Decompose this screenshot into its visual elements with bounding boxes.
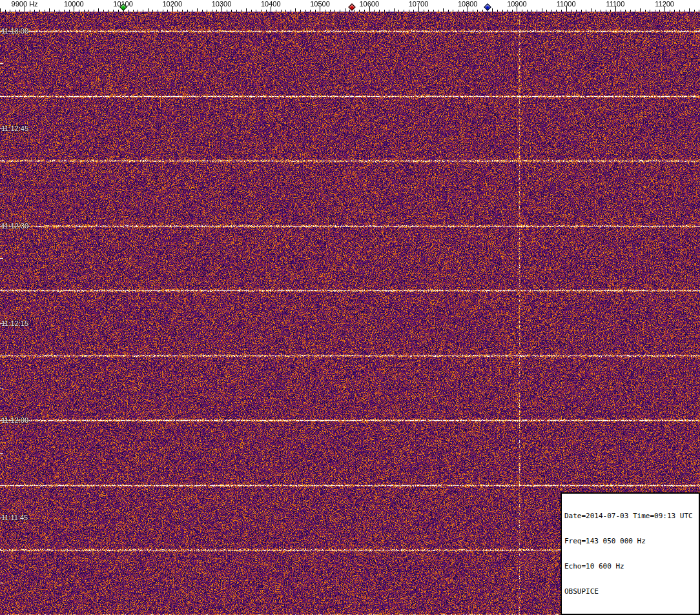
freq-label: 10500 xyxy=(310,1,330,8)
freq-tick xyxy=(551,10,552,12)
freq-tick xyxy=(305,10,306,12)
freq-label: 10600 xyxy=(359,1,379,8)
freq-label: 11100 xyxy=(606,1,624,8)
freq-tick xyxy=(192,10,192,12)
freq-tick xyxy=(345,8,345,12)
freq-tick xyxy=(133,10,134,12)
freq-tick xyxy=(409,10,409,12)
freq-tick xyxy=(187,10,188,12)
freq-tick xyxy=(94,10,94,12)
freq-tick xyxy=(404,10,404,12)
freq-tick xyxy=(143,10,143,12)
freq-tick xyxy=(227,10,227,12)
freq-tick xyxy=(556,10,557,12)
freq-tick xyxy=(330,10,331,12)
freq-tick xyxy=(428,10,429,12)
freq-tick xyxy=(5,10,6,12)
freq-tick xyxy=(212,10,212,12)
freq-tick xyxy=(98,8,99,12)
frequency-ruler: 9900 Hz100001010010200103001040010500106… xyxy=(0,0,700,12)
blue-diamond-marker-icon[interactable] xyxy=(484,3,491,10)
freq-tick xyxy=(384,10,385,12)
freq-tick xyxy=(655,10,655,12)
freq-tick xyxy=(59,10,59,12)
freq-tick xyxy=(413,10,414,12)
freq-tick xyxy=(522,10,522,12)
freq-tick xyxy=(463,10,464,12)
freq-tick xyxy=(502,10,503,12)
freq-tick xyxy=(364,10,365,12)
freq-tick xyxy=(625,10,626,12)
freq-tick xyxy=(581,10,582,12)
freq-tick xyxy=(679,10,680,12)
freq-tick xyxy=(531,10,532,12)
freq-tick xyxy=(256,10,256,12)
freq-tick xyxy=(349,10,350,12)
freq-tick xyxy=(355,10,355,12)
freq-tick xyxy=(374,10,375,12)
freq-tick xyxy=(507,10,508,12)
freq-tick xyxy=(295,8,296,12)
freq-tick xyxy=(694,10,695,12)
freq-tick xyxy=(54,10,55,12)
freq-tick xyxy=(621,10,621,12)
freq-label: 10800 xyxy=(458,1,478,8)
freq-tick xyxy=(689,8,690,12)
freq-tick xyxy=(394,8,395,12)
freq-tick xyxy=(645,10,646,12)
freq-tick xyxy=(113,10,114,12)
freq-tick xyxy=(261,10,262,12)
info-observer: OBSUPICE xyxy=(564,587,696,596)
freq-tick xyxy=(15,10,15,12)
freq-tick xyxy=(276,10,276,12)
freq-tick xyxy=(315,10,316,12)
freq-tick xyxy=(591,8,592,12)
freq-tick xyxy=(236,10,237,12)
freq-label: 10900 xyxy=(507,1,527,8)
info-frequency: Freq=143 050 000 Hz xyxy=(564,537,696,545)
observation-info-box: Date=2014-07-03 Time=09:13 UTC Freq=143 … xyxy=(561,492,700,615)
freq-tick xyxy=(546,10,547,12)
freq-tick xyxy=(69,10,70,12)
freq-tick xyxy=(45,10,45,12)
freq-tick xyxy=(216,10,217,12)
freq-tick xyxy=(453,10,453,12)
freq-tick xyxy=(300,10,301,12)
freq-tick xyxy=(640,8,641,12)
freq-tick xyxy=(266,10,267,12)
freq-tick xyxy=(231,10,232,12)
freq-tick xyxy=(49,8,50,12)
freq-label: 10400 xyxy=(261,1,281,8)
freq-tick xyxy=(285,10,286,12)
freq-tick xyxy=(108,10,109,12)
freq-tick xyxy=(128,10,129,12)
freq-tick xyxy=(497,10,498,12)
freq-tick xyxy=(635,10,635,12)
freq-tick xyxy=(177,10,178,12)
freq-tick xyxy=(118,10,119,12)
freq-tick xyxy=(281,10,282,12)
freq-tick xyxy=(359,10,360,12)
freq-tick xyxy=(492,8,493,12)
freq-tick xyxy=(167,10,168,12)
freq-tick xyxy=(685,10,685,12)
freq-tick xyxy=(182,10,183,12)
freq-tick xyxy=(138,10,138,12)
freq-tick xyxy=(246,8,247,12)
freq-tick xyxy=(595,10,596,12)
freq-tick xyxy=(576,10,577,12)
freq-label: 11000 xyxy=(557,1,576,8)
freq-tick xyxy=(30,10,30,12)
freq-tick xyxy=(34,10,35,12)
freq-tick xyxy=(659,10,660,12)
freq-tick xyxy=(88,10,89,12)
freq-tick xyxy=(438,10,438,12)
freq-tick xyxy=(699,10,699,12)
freq-tick xyxy=(512,10,513,12)
freq-tick xyxy=(202,10,203,12)
freq-tick xyxy=(389,10,389,12)
freq-tick xyxy=(571,10,571,12)
freq-tick xyxy=(458,10,458,12)
spectrogram-window: 9900 Hz100001010010200103001040010500106… xyxy=(0,0,700,615)
freq-tick xyxy=(433,10,434,12)
